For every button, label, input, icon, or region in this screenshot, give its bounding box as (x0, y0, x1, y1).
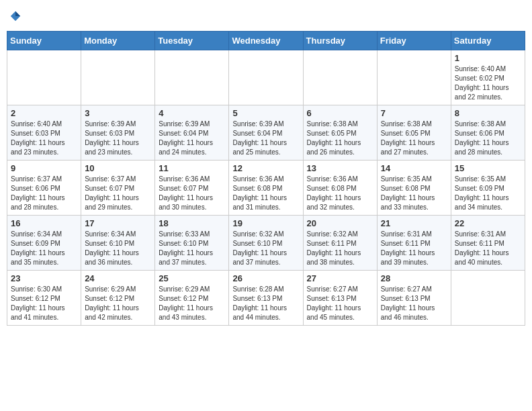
calendar-cell: 8Sunrise: 6:38 AM Sunset: 6:06 PM Daylig… (451, 105, 525, 160)
day-info: Sunrise: 6:34 AM Sunset: 6:10 PM Dayligh… (85, 230, 151, 267)
day-number: 27 (307, 273, 373, 283)
calendar-cell (303, 50, 377, 105)
day-info: Sunrise: 6:29 AM Sunset: 6:12 PM Dayligh… (159, 285, 225, 322)
calendar-cell: 17Sunrise: 6:34 AM Sunset: 6:10 PM Dayli… (81, 215, 155, 270)
header (7, 7, 525, 26)
calendar-cell: 23Sunrise: 6:30 AM Sunset: 6:12 PM Dayli… (7, 270, 81, 325)
calendar-cell: 1Sunrise: 6:40 AM Sunset: 6:02 PM Daylig… (451, 50, 525, 105)
calendar-header-friday: Friday (377, 31, 451, 50)
day-number: 3 (85, 108, 151, 118)
day-number: 9 (11, 163, 77, 173)
day-number: 16 (11, 218, 77, 228)
calendar-cell: 20Sunrise: 6:32 AM Sunset: 6:11 PM Dayli… (303, 215, 377, 270)
calendar-header-monday: Monday (81, 31, 155, 50)
day-info: Sunrise: 6:28 AM Sunset: 6:13 PM Dayligh… (232, 285, 299, 322)
day-number: 21 (381, 218, 447, 228)
day-number: 1 (455, 53, 521, 63)
logo (8, 9, 21, 23)
day-info: Sunrise: 6:38 AM Sunset: 6:05 PM Dayligh… (307, 120, 373, 157)
day-number: 11 (159, 163, 225, 173)
calendar-cell: 2Sunrise: 6:40 AM Sunset: 6:03 PM Daylig… (7, 105, 81, 160)
calendar-cell: 19Sunrise: 6:32 AM Sunset: 6:10 PM Dayli… (229, 215, 303, 270)
day-number: 24 (85, 273, 151, 283)
calendar-cell: 4Sunrise: 6:39 AM Sunset: 6:04 PM Daylig… (155, 105, 229, 160)
calendar-week-row: 1Sunrise: 6:40 AM Sunset: 6:02 PM Daylig… (7, 50, 525, 105)
calendar-cell: 7Sunrise: 6:38 AM Sunset: 6:05 PM Daylig… (377, 105, 451, 160)
day-number: 22 (455, 218, 521, 228)
day-number: 13 (307, 163, 373, 173)
logo-icon (9, 10, 21, 22)
calendar-table: SundayMondayTuesdayWednesdayThursdayFrid… (7, 31, 525, 326)
day-number: 12 (232, 163, 299, 173)
calendar-cell: 27Sunrise: 6:27 AM Sunset: 6:13 PM Dayli… (303, 270, 377, 325)
calendar-week-row: 2Sunrise: 6:40 AM Sunset: 6:03 PM Daylig… (7, 105, 525, 160)
day-number: 4 (159, 108, 225, 118)
calendar-week-row: 23Sunrise: 6:30 AM Sunset: 6:12 PM Dayli… (7, 270, 525, 325)
calendar-cell: 16Sunrise: 6:34 AM Sunset: 6:09 PM Dayli… (7, 215, 81, 270)
day-info: Sunrise: 6:38 AM Sunset: 6:05 PM Dayligh… (381, 120, 447, 157)
day-info: Sunrise: 6:35 AM Sunset: 6:08 PM Dayligh… (381, 175, 447, 212)
calendar-cell (229, 50, 303, 105)
calendar-cell (155, 50, 229, 105)
calendar-cell: 22Sunrise: 6:31 AM Sunset: 6:11 PM Dayli… (451, 215, 525, 270)
day-info: Sunrise: 6:27 AM Sunset: 6:13 PM Dayligh… (381, 285, 447, 322)
day-number: 8 (455, 108, 521, 118)
calendar-cell: 12Sunrise: 6:36 AM Sunset: 6:08 PM Dayli… (229, 160, 303, 215)
day-info: Sunrise: 6:37 AM Sunset: 6:06 PM Dayligh… (11, 175, 77, 212)
day-info: Sunrise: 6:31 AM Sunset: 6:11 PM Dayligh… (455, 230, 521, 267)
calendar-cell: 5Sunrise: 6:39 AM Sunset: 6:04 PM Daylig… (229, 105, 303, 160)
calendar-cell: 14Sunrise: 6:35 AM Sunset: 6:08 PM Dayli… (377, 160, 451, 215)
day-info: Sunrise: 6:34 AM Sunset: 6:09 PM Dayligh… (11, 230, 77, 267)
day-info: Sunrise: 6:31 AM Sunset: 6:11 PM Dayligh… (381, 230, 447, 267)
day-number: 26 (232, 273, 299, 283)
day-info: Sunrise: 6:27 AM Sunset: 6:13 PM Dayligh… (307, 285, 373, 322)
day-info: Sunrise: 6:36 AM Sunset: 6:08 PM Dayligh… (232, 175, 299, 212)
day-info: Sunrise: 6:30 AM Sunset: 6:12 PM Dayligh… (11, 285, 77, 322)
calendar-week-row: 16Sunrise: 6:34 AM Sunset: 6:09 PM Dayli… (7, 215, 525, 270)
day-number: 5 (232, 108, 299, 118)
day-info: Sunrise: 6:32 AM Sunset: 6:10 PM Dayligh… (232, 230, 299, 267)
calendar-cell: 3Sunrise: 6:39 AM Sunset: 6:03 PM Daylig… (81, 105, 155, 160)
calendar-header-thursday: Thursday (303, 31, 377, 50)
day-number: 19 (232, 218, 299, 228)
day-info: Sunrise: 6:32 AM Sunset: 6:11 PM Dayligh… (307, 230, 373, 267)
day-number: 10 (85, 163, 151, 173)
day-info: Sunrise: 6:36 AM Sunset: 6:08 PM Dayligh… (307, 175, 373, 212)
calendar-header-saturday: Saturday (451, 31, 525, 50)
calendar-cell: 9Sunrise: 6:37 AM Sunset: 6:06 PM Daylig… (7, 160, 81, 215)
day-number: 20 (307, 218, 373, 228)
day-number: 18 (159, 218, 225, 228)
calendar-cell: 18Sunrise: 6:33 AM Sunset: 6:10 PM Dayli… (155, 215, 229, 270)
day-info: Sunrise: 6:39 AM Sunset: 6:04 PM Dayligh… (159, 120, 225, 157)
day-number: 28 (381, 273, 447, 283)
svg-marker-1 (15, 11, 20, 16)
day-number: 14 (381, 163, 447, 173)
day-number: 17 (85, 218, 151, 228)
day-info: Sunrise: 6:36 AM Sunset: 6:07 PM Dayligh… (159, 175, 225, 212)
day-number: 6 (307, 108, 373, 118)
day-number: 7 (381, 108, 447, 118)
day-number: 25 (159, 273, 225, 283)
calendar-cell: 11Sunrise: 6:36 AM Sunset: 6:07 PM Dayli… (155, 160, 229, 215)
calendar-cell: 6Sunrise: 6:38 AM Sunset: 6:05 PM Daylig… (303, 105, 377, 160)
calendar-cell (377, 50, 451, 105)
calendar-cell (81, 50, 155, 105)
calendar-cell (451, 270, 525, 325)
calendar-week-row: 9Sunrise: 6:37 AM Sunset: 6:06 PM Daylig… (7, 160, 525, 215)
calendar-cell: 25Sunrise: 6:29 AM Sunset: 6:12 PM Dayli… (155, 270, 229, 325)
day-info: Sunrise: 6:33 AM Sunset: 6:10 PM Dayligh… (159, 230, 225, 267)
calendar-header-wednesday: Wednesday (229, 31, 303, 50)
calendar-cell (7, 50, 81, 105)
calendar-cell: 21Sunrise: 6:31 AM Sunset: 6:11 PM Dayli… (377, 215, 451, 270)
calendar-cell: 24Sunrise: 6:29 AM Sunset: 6:12 PM Dayli… (81, 270, 155, 325)
calendar-cell: 10Sunrise: 6:37 AM Sunset: 6:07 PM Dayli… (81, 160, 155, 215)
day-info: Sunrise: 6:40 AM Sunset: 6:02 PM Dayligh… (455, 64, 521, 102)
calendar-cell: 26Sunrise: 6:28 AM Sunset: 6:13 PM Dayli… (229, 270, 303, 325)
calendar-header-tuesday: Tuesday (155, 31, 229, 50)
day-info: Sunrise: 6:29 AM Sunset: 6:12 PM Dayligh… (85, 285, 151, 322)
calendar-header-sunday: Sunday (7, 31, 81, 50)
day-number: 15 (455, 163, 521, 173)
calendar-container: SundayMondayTuesdayWednesdayThursdayFrid… (7, 7, 525, 326)
calendar-cell: 15Sunrise: 6:35 AM Sunset: 6:09 PM Dayli… (451, 160, 525, 215)
calendar-cell: 28Sunrise: 6:27 AM Sunset: 6:13 PM Dayli… (377, 270, 451, 325)
